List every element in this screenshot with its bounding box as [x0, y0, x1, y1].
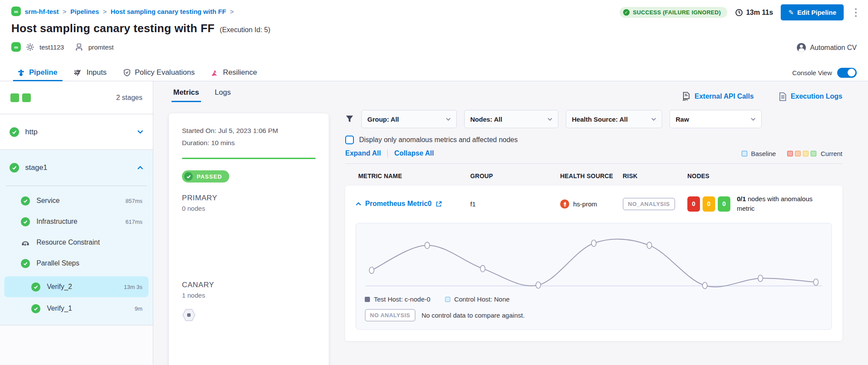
- success-check-icon: [21, 259, 30, 268]
- queue-icon: [21, 239, 30, 246]
- elapsed-time: 13m 11s: [735, 9, 773, 17]
- tab-metrics[interactable]: Metrics: [173, 88, 199, 102]
- chevron-down-icon: [548, 118, 552, 121]
- health-source-filter-dropdown[interactable]: Health Source: All: [566, 110, 662, 128]
- yellow-node-count-chip[interactable]: 0: [703, 196, 715, 212]
- tab-logs[interactable]: Logs: [215, 88, 231, 102]
- canary-block: CANARY 1 nodes: [182, 281, 316, 323]
- red-node-count-chip[interactable]: 0: [687, 196, 700, 212]
- duration: Duration: 10 mins: [182, 137, 316, 149]
- step-duration: 857ms: [125, 198, 142, 204]
- chevron-down-icon[interactable]: [137, 130, 143, 134]
- expand-all-link[interactable]: Expand All: [345, 149, 381, 157]
- breadcrumb-pipelines[interactable]: Pipelines: [70, 8, 99, 15]
- risk-yellow-swatch-icon: [803, 151, 809, 156]
- console-view-toggle[interactable]: [837, 68, 857, 78]
- green-node-count-chip[interactable]: 0: [718, 196, 730, 212]
- stage-count: 2 stages: [116, 94, 142, 102]
- group-filter-dropdown[interactable]: Group: All: [361, 110, 457, 128]
- health-source-filter-value: Health Source: All: [572, 116, 628, 123]
- tab-policy-evaluations[interactable]: Policy Evaluations: [123, 64, 195, 81]
- step-parallel-steps[interactable]: Parallel Steps: [4, 253, 149, 274]
- chevron-up-icon[interactable]: [137, 166, 143, 170]
- col-group: GROUP: [470, 173, 560, 179]
- group-filter-value: Group: All: [367, 116, 399, 123]
- gear-icon: [26, 43, 34, 51]
- expand-collapse-row: Expand All Collapse All Baseline: [345, 149, 842, 164]
- user-row: Automation CV: [797, 43, 857, 52]
- test-host-label: Test Host: c-node-0: [374, 295, 430, 303]
- project-icon: ∞: [11, 7, 21, 16]
- success-check-icon: [31, 304, 40, 313]
- chevron-down-icon: [651, 118, 656, 121]
- baseline-swatch-icon: [742, 151, 747, 156]
- step-service[interactable]: Service 857ms: [4, 190, 149, 211]
- risk-red-swatch-icon: [787, 151, 793, 156]
- external-api-calls-link[interactable]: API External API Calls: [682, 92, 754, 101]
- step-verify-1[interactable]: Verify_1 9m: [4, 298, 149, 319]
- check-icon: [184, 172, 193, 181]
- sidebar-stage-stage1[interactable]: stage1: [0, 150, 153, 186]
- canary-node-hexagon-icon[interactable]: [182, 309, 316, 323]
- pipeline-icon: [17, 69, 25, 76]
- stage1-section: stage1 Service 857ms: [0, 150, 153, 325]
- external-link-icon[interactable]: [436, 201, 442, 207]
- divider: [387, 149, 388, 157]
- tab-inputs-label: Inputs: [86, 68, 106, 77]
- test-host-swatch-icon: [365, 297, 370, 302]
- health-source-cell: hs-prom: [560, 199, 623, 209]
- view-mode-dropdown[interactable]: Raw: [670, 110, 762, 128]
- metric-row: Prometheus Metric0 f1 hs-prom NO_ANALYSI…: [345, 186, 842, 222]
- breadcrumb-separator: >: [230, 8, 234, 15]
- tab-inputs[interactable]: Inputs: [74, 64, 106, 81]
- service-icon: ∞: [11, 42, 21, 52]
- sidebar-stage-http[interactable]: http: [0, 114, 153, 150]
- step-label: Resource Constraint: [36, 239, 100, 246]
- chart-host-legend: Test Host: c-node-0 Control Host: None: [365, 295, 823, 303]
- baseline-label: Baseline: [751, 150, 776, 157]
- anomalous-checkbox[interactable]: [345, 136, 354, 144]
- step-resource-constraint[interactable]: Resource Constraint: [4, 232, 149, 253]
- filter-funnel-icon[interactable]: [345, 115, 354, 123]
- tab-resilience[interactable]: Resilience: [211, 64, 257, 81]
- metric-name-link[interactable]: Prometheus Metric0: [365, 200, 432, 208]
- status-badge-label: SUCCESS (FAILURE IGNORED): [633, 9, 721, 16]
- step-infrastructure[interactable]: Infrastructure 617ms: [4, 211, 149, 232]
- infrastructure-name[interactable]: promtest: [88, 43, 113, 51]
- stage-label: stage1: [25, 163, 47, 172]
- nodes-filter-dropdown[interactable]: Nodes: All: [464, 110, 558, 128]
- analysis-message: No control data to compare against.: [422, 312, 525, 319]
- primary-label: PRIMARY: [182, 194, 316, 202]
- breadcrumb-pipeline-name[interactable]: Host sampling canary testing with FF: [111, 8, 226, 15]
- service-name[interactable]: test1123: [40, 43, 64, 51]
- tab-pipeline[interactable]: Pipeline: [17, 64, 57, 81]
- shield-check-icon: [123, 69, 131, 76]
- breadcrumb-separator: >: [63, 8, 66, 15]
- more-options-menu-icon[interactable]: [851, 6, 860, 20]
- success-check-icon: [10, 127, 19, 137]
- breadcrumb-project[interactable]: srm-hf-test: [25, 8, 59, 15]
- health-source-name: hs-prom: [573, 200, 597, 208]
- header: ∞ srm-hf-test > Pipelines > Host samplin…: [0, 0, 868, 64]
- step-label: Service: [36, 197, 59, 205]
- edit-pipeline-label: Edit Pipeline: [797, 9, 836, 16]
- metric-chart[interactable]: [365, 229, 823, 295]
- edit-pipeline-button[interactable]: ✎ Edit Pipeline: [781, 4, 844, 20]
- metric-name-cell: Prometheus Metric0: [356, 200, 470, 208]
- links-row: API External API Calls Execution Logs: [345, 92, 842, 101]
- chevron-up-icon[interactable]: [356, 202, 361, 206]
- legend-current: Current: [787, 150, 842, 157]
- clock-icon: [735, 9, 743, 17]
- execution-logs-link[interactable]: Execution Logs: [779, 92, 842, 101]
- chevron-down-icon: [446, 118, 451, 121]
- execution-logs-label: Execution Logs: [791, 93, 842, 100]
- col-risk: RISK: [623, 173, 687, 179]
- svg-text:API: API: [683, 98, 688, 101]
- control-host-swatch-icon: [445, 297, 450, 302]
- nodes-cell: 0 0 0 0/1 nodes with anomalous metric: [687, 194, 832, 213]
- collapse-all-link[interactable]: Collapse All: [394, 149, 434, 157]
- control-host-legend: Control Host: None: [445, 295, 510, 303]
- execution-id: (Execution Id: 5): [220, 26, 271, 34]
- metric-group: f1: [470, 200, 560, 208]
- step-verify-2[interactable]: Verify_2 13m 3s: [4, 276, 149, 297]
